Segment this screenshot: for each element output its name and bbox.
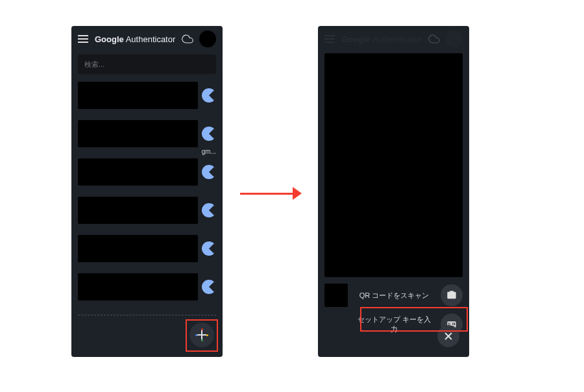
app-title: Google Authenticator <box>95 34 176 44</box>
code-content <box>78 120 198 147</box>
code-content <box>78 197 198 224</box>
list-item[interactable]: gm... <box>78 156 216 188</box>
app-title: Google Authenticator <box>341 34 422 44</box>
countdown-icon <box>202 280 216 294</box>
list-divider <box>78 315 216 315</box>
phone-screenshot-list: Google Authenticator 検索... gm... <box>71 26 223 357</box>
close-button[interactable] <box>437 325 459 347</box>
dimmed-content <box>324 53 463 277</box>
search-input[interactable]: 検索... <box>78 55 216 74</box>
avatar[interactable] <box>199 31 216 47</box>
list-item[interactable] <box>78 79 216 112</box>
setup-key-label: セットアップ キーを入力 <box>354 315 434 334</box>
list-item[interactable] <box>78 232 216 265</box>
list-item[interactable] <box>78 271 216 303</box>
app-header-dimmed: Google Authenticator <box>318 26 469 52</box>
countdown-icon <box>202 241 216 256</box>
code-content <box>78 235 198 262</box>
cloud-sync-icon <box>428 32 441 45</box>
fab-container <box>189 323 214 347</box>
scan-qr-label: QR コードをスキャン <box>354 291 434 300</box>
avatar <box>446 31 463 47</box>
scan-qr-option[interactable]: QR コードをスキャン <box>324 284 463 307</box>
account-label: gm... <box>202 148 216 155</box>
code-content <box>78 273 198 300</box>
camera-icon[interactable] <box>441 284 463 306</box>
menu-icon[interactable] <box>78 33 90 45</box>
countdown-icon <box>202 165 216 179</box>
list-item[interactable] <box>78 194 216 227</box>
code-list: gm... <box>71 79 223 303</box>
list-item[interactable] <box>78 117 216 150</box>
search-placeholder: 検索... <box>84 60 104 69</box>
countdown-icon <box>202 127 216 141</box>
countdown-icon <box>202 203 216 217</box>
arrow-icon <box>240 187 302 200</box>
app-header: Google Authenticator <box>71 26 223 52</box>
close-row <box>437 325 459 347</box>
cloud-sync-icon[interactable] <box>181 32 194 45</box>
code-content <box>78 82 198 109</box>
add-button[interactable] <box>189 323 214 347</box>
content-block <box>324 284 348 307</box>
menu-icon <box>324 33 336 45</box>
countdown-icon <box>202 88 216 103</box>
code-content <box>78 158 198 186</box>
phone-screenshot-options: Google Authenticator QR コードをスキャン セットアップ … <box>318 26 469 357</box>
